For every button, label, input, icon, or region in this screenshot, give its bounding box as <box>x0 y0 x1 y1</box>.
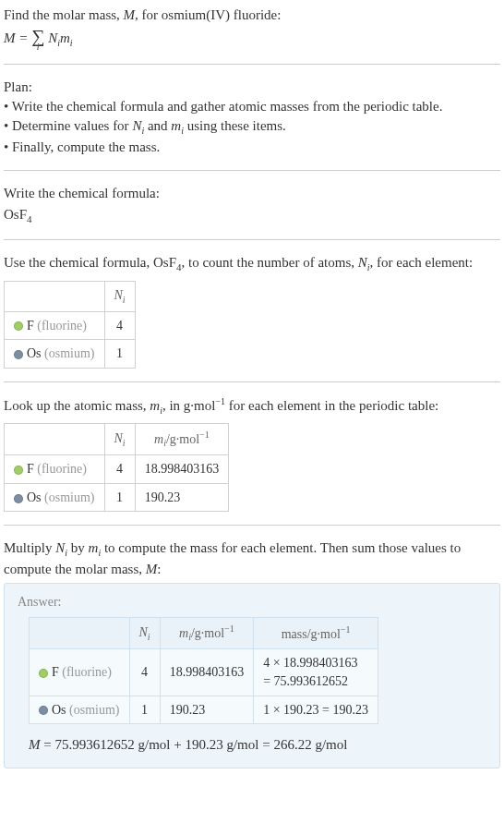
header-mi: mi/g·mol−1 <box>135 423 229 454</box>
lookup-a: Look up the atomic mass, <box>4 398 150 413</box>
final-answer: M = 75.993612652 g/mol + 190.23 g/mol = … <box>29 735 486 755</box>
plan-b2-a: • Determine values for <box>4 118 132 133</box>
plan-bullet-2: • Determine values for Ni and mi using t… <box>4 116 500 138</box>
mass-calc-a: 4 × 18.998403163 <box>263 654 368 672</box>
n-cell: 4 <box>104 311 135 340</box>
elem-os: Os <box>27 346 42 360</box>
header-ni-letter: N <box>114 288 123 302</box>
mul-a: Multiply <box>4 540 55 555</box>
dot-icon <box>39 669 48 678</box>
count-c: , for each element: <box>370 255 474 270</box>
chemical-formula: OsF4 <box>4 205 500 226</box>
header-ni: Ni <box>104 423 135 454</box>
m-letter: m <box>60 30 70 45</box>
formula-mi: mi <box>60 30 73 45</box>
element-cell-f: F (fluorine) <box>30 649 130 696</box>
intro-text-2: , for osmium(IV) fluoride: <box>135 7 281 22</box>
lookup-c: for each element in the periodic table: <box>225 398 438 413</box>
n-cell: 4 <box>129 649 160 696</box>
plan-b2-c: using these items. <box>184 118 286 133</box>
lookup-table: Ni mi/g·mol−1 F (fluorine) 4 18.99840316… <box>4 423 229 513</box>
elem-f-paren: (fluorine) <box>59 665 112 679</box>
elem-os: Os <box>52 703 66 717</box>
molar-mass-formula: M = ∑i Nimi <box>4 29 500 51</box>
header-mi: mi/g·mol−1 <box>160 618 254 649</box>
ah-mi-a: m <box>179 626 188 640</box>
n-cell: 1 <box>129 696 160 724</box>
lookup-text: Look up the atomic mass, mi, in g·mol−1 … <box>4 395 500 418</box>
empty-header <box>5 423 105 454</box>
header-mass: mass/g·mol−1 <box>254 618 378 649</box>
h-ni: N <box>114 431 123 445</box>
dot-icon <box>39 706 48 715</box>
lookup-b: , in g·mol <box>162 398 216 413</box>
answer-label: Answer: <box>18 593 486 611</box>
mul-d: : <box>157 562 161 576</box>
table-row: F (fluorine) 4 18.998403163 <box>5 455 229 484</box>
answer-box: Answer: Ni mi/g·mol−1 mass/g·mol−1 F (fl… <box>4 583 500 768</box>
multiply-section: Multiply Ni by mi to compute the mass fo… <box>4 539 500 768</box>
plan-section: Plan: • Write the chemical formula and g… <box>4 78 500 171</box>
count-section: Use the chemical formula, OsF4, to count… <box>4 253 500 381</box>
formula-sub: 4 <box>27 213 32 224</box>
table-header-row: Ni <box>5 281 136 311</box>
element-cell-os: Os (osmium) <box>5 483 105 512</box>
intro-section: Find the molar mass, M, for osmium(IV) f… <box>4 6 500 65</box>
element-cell-os: Os (osmium) <box>30 696 130 724</box>
m-cell: 190.23 <box>160 696 254 724</box>
plan-bullet-3: • Finally, compute the mass. <box>4 138 500 157</box>
formula-heading: Write the chemical formula: <box>4 184 500 203</box>
header-ni: Ni <box>129 618 160 649</box>
table-row: Os (osmium) 1 <box>5 340 136 369</box>
element-cell-os: Os (osmium) <box>5 340 105 369</box>
elem-f: F <box>27 319 34 333</box>
table-row: Os (osmium) 1 190.23 1 × 190.23 = 190.23 <box>30 696 378 724</box>
count-a: Use the chemical formula, OsF <box>4 255 176 270</box>
mass-calc-b: = 75.993612652 <box>263 672 368 691</box>
final-M: M <box>29 737 41 752</box>
elem-f: F <box>52 665 59 679</box>
intro-text-1: Find the molar mass, <box>4 7 124 22</box>
var-M: M <box>124 7 136 22</box>
header-ni: Ni <box>104 281 135 311</box>
final-rest: = 75.993612652 g/mol + 190.23 g/mol = 26… <box>41 737 348 752</box>
plan-bullet-1: • Write the chemical formula and gather … <box>4 97 500 116</box>
count-b: , to count the number of atoms, <box>182 255 358 270</box>
count-text: Use the chemical formula, OsF4, to count… <box>4 253 500 274</box>
dot-icon <box>14 321 23 331</box>
mass-cell: 1 × 190.23 = 190.23 <box>254 696 378 724</box>
formula-eq: = <box>16 30 32 45</box>
element-cell-f: F (fluorine) <box>5 311 105 340</box>
dot-icon <box>14 350 23 359</box>
elem-os-paren: (osmium) <box>66 703 120 717</box>
n-cell: 1 <box>104 483 135 512</box>
elem-os: Os <box>27 490 42 504</box>
m-cell: 18.998403163 <box>160 649 254 696</box>
m-cell: 190.23 <box>135 483 229 512</box>
elem-os-paren: (osmium) <box>42 346 95 360</box>
ah-ni: N <box>139 625 148 639</box>
elem-f: F <box>27 462 34 476</box>
elem-os-paren: (osmium) <box>42 490 95 504</box>
mass-cell: 4 × 18.998403163 = 75.993612652 <box>254 649 378 696</box>
formula-ni: Ni <box>48 30 60 45</box>
formula-base: OsF <box>4 207 27 222</box>
dot-icon <box>14 466 23 475</box>
table-row: F (fluorine) 4 18.998403163 4 × 18.99840… <box>30 649 378 696</box>
intro-line: Find the molar mass, M, for osmium(IV) f… <box>4 6 500 25</box>
answer-table: Ni mi/g·mol−1 mass/g·mol−1 F (fluorine) … <box>29 617 378 724</box>
m-cell: 18.998403163 <box>135 455 229 484</box>
plan-b2-b: and <box>144 118 171 133</box>
N-letter: N <box>48 30 57 45</box>
elem-f-paren: (fluorine) <box>34 319 87 333</box>
ah-mi-b: /g·mol <box>191 626 224 640</box>
lookup-section: Look up the atomic mass, mi, in g·mol−1 … <box>4 395 500 526</box>
h-mi-a: m <box>154 431 163 445</box>
empty-header <box>5 281 105 311</box>
table-row: Os (osmium) 1 190.23 <box>5 483 229 512</box>
h-mi-b: /g·mol <box>166 431 199 445</box>
multiply-text: Multiply Ni by mi to compute the mass fo… <box>4 539 500 579</box>
table-row: F (fluorine) 4 <box>5 311 136 340</box>
n-cell: 4 <box>104 455 135 484</box>
empty-header <box>30 618 130 649</box>
